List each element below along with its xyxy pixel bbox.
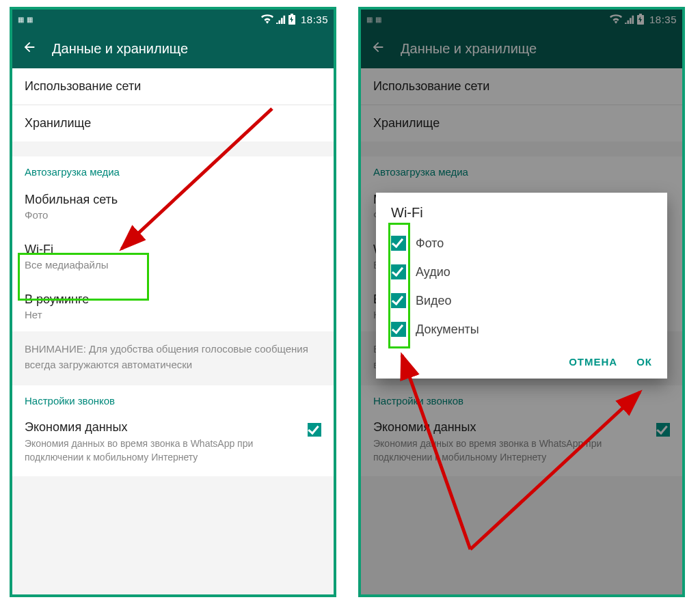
ok-button[interactable]: ОК — [636, 356, 652, 368]
highlight-checkboxes — [388, 223, 410, 348]
item-sub: Нет — [25, 309, 321, 320]
status-bar: ▦ ▦ 18:35 — [12, 10, 334, 29]
wifi-icon — [261, 14, 273, 24]
option-docs[interactable]: Документы — [376, 315, 667, 344]
item-data-saver[interactable]: Экономия данных Экономия данных во время… — [12, 411, 334, 477]
option-photo[interactable]: Фото — [376, 229, 667, 258]
item-mobile[interactable]: Мобильная сеть Фото — [12, 182, 334, 232]
gap — [12, 141, 334, 156]
page-title: Данные и хранилище — [52, 41, 188, 57]
dialog-title: Wi-Fi — [376, 205, 667, 229]
cancel-button[interactable]: ОТМЕНА — [569, 356, 617, 368]
item-sub: Экономия данных во время звонка в WhatsA… — [25, 437, 298, 465]
sim-icon: ▦ — [27, 16, 33, 23]
option-label: Документы — [416, 322, 479, 337]
signal-icon — [276, 14, 286, 24]
item-title: Хранилище — [25, 116, 321, 131]
status-left: ▦ ▦ — [18, 16, 33, 23]
dialog-buttons: ОТМЕНА ОК — [376, 344, 667, 379]
battery-icon — [288, 14, 295, 25]
item-title: Мобильная сеть — [25, 193, 321, 207]
option-label: Видео — [416, 294, 452, 308]
option-audio[interactable]: Аудио — [376, 258, 667, 286]
autodownload-notice: ВНИМАНИЕ: Для удобства общения голосовые… — [12, 331, 334, 385]
sim-icon: ▦ — [18, 16, 24, 23]
right-phone: ▦ ▦ 18:35 Данные и хранилище Использован… — [358, 7, 685, 597]
option-video[interactable]: Видео — [376, 286, 667, 315]
option-label: Аудио — [416, 265, 450, 279]
app-bar: Данные и хранилище — [12, 29, 334, 68]
data-saver-checkbox[interactable] — [308, 423, 321, 437]
item-title: Использование сети — [25, 79, 321, 94]
highlight-wifi — [18, 253, 149, 301]
section-autodownload: Автозагрузка медиа — [12, 156, 334, 182]
back-button[interactable] — [22, 40, 37, 57]
item-sub: Фото — [25, 209, 321, 221]
left-phone: ▦ ▦ 18:35 Данные и хранилище Использован… — [10, 7, 336, 597]
section-calls: Настройки звонков — [12, 385, 334, 411]
item-storage[interactable]: Хранилище — [12, 105, 334, 141]
option-label: Фото — [416, 236, 444, 251]
item-title: Экономия данных — [25, 420, 298, 435]
item-network-usage[interactable]: Использование сети — [12, 68, 334, 105]
status-right: 18:35 — [261, 14, 328, 25]
wifi-dialog: Wi-Fi Фото Аудио Видео Документы ОТМЕНА … — [376, 193, 667, 379]
clock: 18:35 — [301, 14, 328, 25]
